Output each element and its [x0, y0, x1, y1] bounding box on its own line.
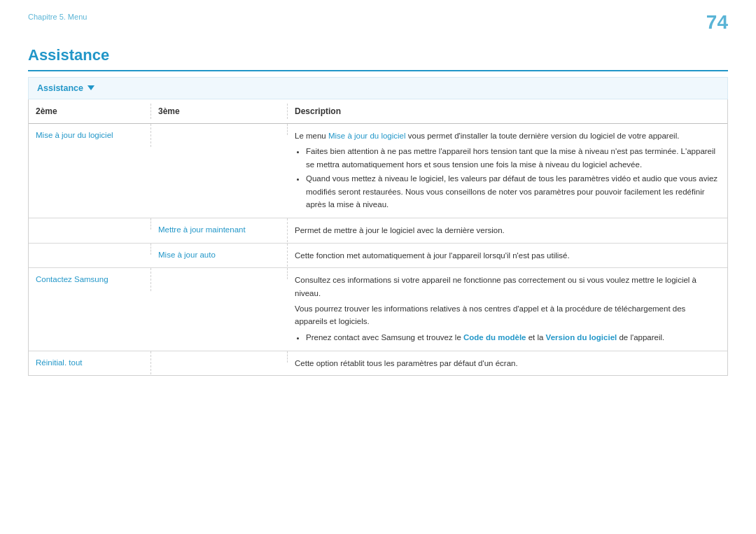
page-container: Chapitre 5. Menu 74 Assistance Assistanc… [0, 0, 756, 534]
cell-col2 [151, 268, 288, 279]
table-row: Mettre à jour maintenant Permet de mettr… [29, 218, 727, 243]
desc-text: Cette fonction met automatiquement à jou… [295, 251, 570, 260]
cell-desc: Consultez ces informations si votre appa… [288, 268, 727, 351]
cell-col1 [29, 244, 151, 255]
cell-desc: Cette option rétablit tous les paramètre… [288, 351, 727, 375]
cell-col2: Mise à jour auto [151, 244, 288, 267]
table-row: Contactez Samsung Consultez ces informat… [29, 268, 727, 351]
main-title: Assistance [28, 46, 728, 71]
bullet-item: Quand vous mettez à niveau le logiciel, … [306, 172, 720, 211]
cell-col1: Contactez Samsung [29, 268, 151, 291]
desc-para-1: Consultez ces informations si votre appa… [295, 274, 720, 300]
table-row: Réinitial. tout Cette option rétablit to… [29, 351, 727, 375]
cell-col2 [151, 351, 288, 363]
cell-col1: Mise à jour du logiciel [29, 124, 151, 147]
cell-col2: Mettre à jour maintenant [151, 218, 288, 241]
bullet-item: Prenez contact avec Samsung et trouvez l… [306, 331, 720, 344]
bullet-list: Prenez contact avec Samsung et trouvez l… [306, 331, 720, 344]
col-header-2: 3ème [151, 104, 288, 119]
page-number: 74 [706, 13, 728, 32]
cell-desc: Cette fonction met automatiquement à jou… [288, 244, 727, 267]
desc-text: Le menu Mise à jour du logiciel vous per… [295, 132, 679, 140]
section-header-text: Assistance [37, 83, 83, 93]
col-header-3: Description [288, 104, 727, 119]
mise-a-jour-inline-link[interactable]: Mise à jour du logiciel [328, 132, 406, 140]
table-row: Mise à jour auto Cette fonction met auto… [29, 244, 727, 268]
desc-para-2: Vous pourrez trouver les informations re… [295, 302, 720, 328]
section-header: Assistance [28, 77, 728, 99]
cell-desc: Permet de mettre à jour le logiciel avec… [288, 218, 727, 242]
contactez-samsung-link[interactable]: Contactez Samsung [36, 275, 108, 283]
col-header-1: 2ème [29, 104, 151, 119]
dropdown-icon [88, 85, 94, 90]
cell-col2 [151, 124, 288, 135]
cell-desc: Le menu Mise à jour du logiciel vous per… [288, 124, 727, 218]
desc-text: Permet de mettre à jour le logiciel avec… [295, 226, 505, 234]
main-table: 2ème 3ème Description Mise à jour du log… [28, 99, 728, 376]
bullet-item: Faites bien attention à ne pas mettre l'… [306, 145, 720, 171]
top-bar: Chapitre 5. Menu 74 [0, 0, 756, 32]
bullet-list: Faites bien attention à ne pas mettre l'… [306, 145, 720, 211]
mise-a-jour-logiciel-link[interactable]: Mise à jour du logiciel [36, 131, 113, 139]
mise-a-jour-auto-link[interactable]: Mise à jour auto [158, 251, 216, 259]
table-header-row: 2ème 3ème Description [29, 99, 727, 124]
cell-col1: Réinitial. tout [29, 351, 151, 374]
desc-text: Cette option rétablit tous les paramètre… [295, 359, 518, 367]
reinitial-tout-link[interactable]: Réinitial. tout [36, 358, 82, 367]
code-modele-link[interactable]: Code du modèle [463, 333, 526, 342]
table-row: Mise à jour du logiciel Le menu Mise à j… [29, 124, 727, 218]
version-logiciel-link[interactable]: Version du logiciel [546, 333, 617, 342]
chapter-label: Chapitre 5. Menu [28, 13, 87, 21]
content-area: Assistance Assistance 2ème 3ème Descript… [0, 32, 756, 404]
cell-col1 [29, 218, 151, 230]
mettre-a-jour-link[interactable]: Mettre à jour maintenant [158, 225, 246, 234]
